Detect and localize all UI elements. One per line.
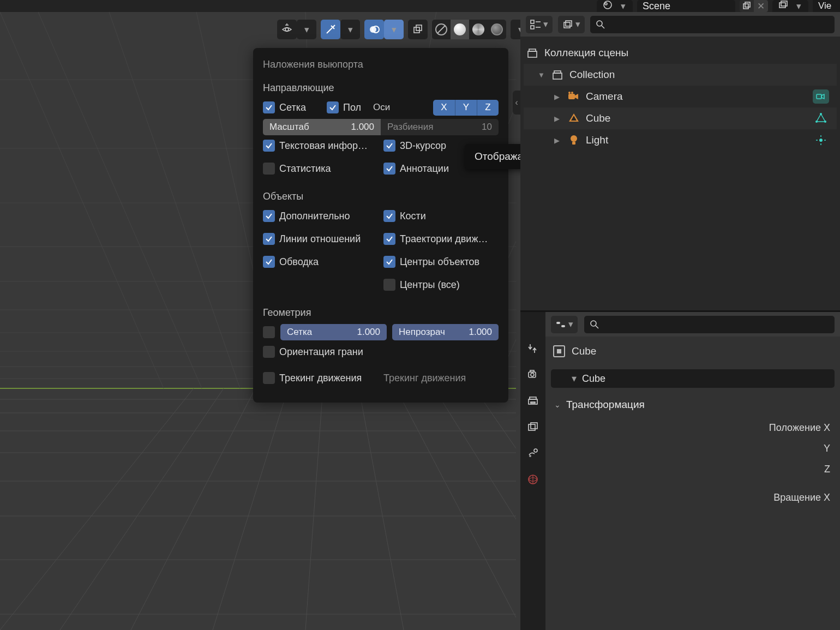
svg-rect-2 bbox=[743, 4, 748, 9]
svg-rect-3 bbox=[745, 2, 750, 7]
disclosure-icon[interactable]: ▼ bbox=[538, 71, 545, 79]
grid-scale-field[interactable]: Масштаб 1.000 bbox=[263, 119, 381, 135]
tab-scene[interactable] bbox=[526, 446, 540, 460]
chevron-down-icon: ⌄ bbox=[554, 400, 561, 409]
xray-toggle[interactable] bbox=[408, 20, 428, 39]
chevron-down-icon[interactable]: ▾ bbox=[340, 20, 360, 39]
label-text-info: Текстовая инфор… bbox=[279, 140, 368, 152]
svg-rect-60 bbox=[568, 94, 575, 99]
label-relations: Линии отношений bbox=[279, 233, 361, 245]
new-scene-button[interactable] bbox=[740, 0, 754, 12]
view-object-types-button[interactable] bbox=[277, 20, 297, 39]
checkbox-annotations[interactable] bbox=[383, 163, 395, 175]
checkbox-relations[interactable] bbox=[263, 233, 275, 245]
shading-rendered[interactable] bbox=[488, 20, 506, 39]
svg-line-34 bbox=[0, 12, 164, 388]
svg-line-11 bbox=[305, 388, 323, 630]
label-origins: Центры объектов bbox=[400, 256, 479, 268]
collection-root-icon bbox=[526, 46, 539, 59]
svg-rect-85 bbox=[556, 322, 560, 324]
disclosure-icon[interactable]: ▶ bbox=[554, 115, 562, 123]
axis-z-button[interactable]: Z bbox=[477, 100, 499, 116]
svg-line-55 bbox=[602, 26, 604, 28]
overlays-dropdown-open[interactable]: ▾ bbox=[384, 20, 404, 39]
view-layer-field[interactable]: Vie bbox=[813, 0, 840, 12]
tab-render[interactable] bbox=[526, 368, 540, 382]
label-axes: Оси bbox=[373, 102, 390, 113]
outliner-search[interactable] bbox=[590, 16, 835, 33]
chevron-down-icon[interactable]: ▾ bbox=[297, 20, 316, 39]
mesh-data-icon[interactable] bbox=[813, 111, 829, 125]
properties-search[interactable] bbox=[584, 316, 835, 333]
checkbox-3d-cursor[interactable] bbox=[383, 140, 395, 152]
tree-item-cube[interactable]: ▶ Cube bbox=[524, 107, 837, 129]
light-data-icon[interactable] bbox=[813, 133, 829, 147]
svg-rect-81 bbox=[531, 423, 537, 429]
axis-y-button[interactable]: Y bbox=[455, 100, 477, 116]
region-collapse-handle[interactable]: ‹ bbox=[513, 91, 520, 115]
transform-panel-header[interactable]: ⌄ Трансформация bbox=[545, 391, 840, 415]
chevron-down-icon: ▾ bbox=[619, 1, 627, 12]
grid-subdiv-field[interactable]: Разбиения 10 bbox=[381, 119, 499, 135]
outliner-tree: Коллекция сцены ▼ Collection ▶ Camera bbox=[520, 37, 840, 157]
checkbox-face-orientation[interactable] bbox=[263, 346, 275, 358]
checkbox-motion-paths[interactable] bbox=[383, 233, 395, 245]
checkbox-outline[interactable] bbox=[263, 256, 275, 268]
label-origins-all: Центры (все) bbox=[400, 279, 460, 291]
outliner-display-mode[interactable]: ▾ bbox=[526, 16, 553, 33]
properties-breadcrumb: Cube bbox=[545, 337, 840, 366]
shading-wireframe[interactable] bbox=[432, 20, 451, 39]
svg-line-36 bbox=[109, 12, 240, 388]
properties-header: ▾ bbox=[545, 312, 840, 337]
tab-output[interactable] bbox=[526, 394, 540, 408]
disclosure-icon[interactable]: ▶ bbox=[554, 136, 562, 145]
checkbox-bones[interactable] bbox=[383, 210, 395, 222]
checkbox-origins[interactable] bbox=[383, 256, 395, 268]
svg-point-69 bbox=[819, 139, 823, 142]
gizmo-toggle[interactable] bbox=[321, 20, 340, 39]
axis-x-button[interactable]: X bbox=[433, 100, 455, 116]
tree-item-camera[interactable]: ▶ Camera bbox=[524, 86, 837, 107]
tree-scene-collection[interactable]: Коллекция сцены bbox=[524, 42, 837, 64]
shading-solid[interactable] bbox=[451, 20, 469, 39]
checkbox-text-info[interactable] bbox=[263, 140, 275, 152]
scene-dropdown[interactable]: ▾ bbox=[597, 0, 633, 12]
tree-item-light[interactable]: ▶ Light bbox=[524, 129, 837, 151]
checkbox-origins-all[interactable] bbox=[383, 279, 395, 291]
tab-viewlayer[interactable] bbox=[526, 420, 540, 434]
svg-rect-63 bbox=[817, 94, 821, 99]
camera-data-icon[interactable] bbox=[813, 89, 829, 104]
checkbox-grid[interactable] bbox=[263, 101, 275, 113]
tree-collection[interactable]: ▼ Collection bbox=[524, 64, 837, 86]
properties-panel: ▾ Cube ▾ Cube ⌄ Трансформация bbox=[520, 310, 840, 630]
object-name-field[interactable]: ▾ Cube bbox=[551, 369, 835, 388]
tab-world[interactable] bbox=[526, 472, 540, 487]
view-layer-dropdown[interactable]: ▾ bbox=[772, 0, 808, 12]
svg-rect-53 bbox=[566, 21, 572, 26]
overlays-toggle[interactable] bbox=[364, 20, 384, 39]
opacity-field[interactable]: Непрозрач 1.000 bbox=[392, 324, 499, 340]
disclosure-icon[interactable]: ▶ bbox=[554, 93, 562, 101]
svg-rect-4 bbox=[779, 3, 785, 8]
svg-line-12 bbox=[359, 388, 404, 630]
checkbox-extras[interactable] bbox=[263, 210, 275, 222]
checkbox-statistics[interactable] bbox=[263, 163, 275, 175]
properties-type-dropdown[interactable]: ▾ bbox=[551, 316, 578, 333]
camera-icon bbox=[567, 90, 580, 103]
scene-name-field[interactable]: Scene bbox=[637, 0, 735, 12]
section-geometry: Геометрия bbox=[263, 307, 499, 319]
location-y-row: Y bbox=[545, 438, 840, 459]
shading-material[interactable] bbox=[469, 20, 488, 39]
tab-tool[interactable] bbox=[526, 341, 540, 356]
svg-point-61 bbox=[568, 92, 571, 94]
checkbox-wireframe[interactable] bbox=[263, 326, 275, 338]
checkbox-motion-tracking[interactable] bbox=[263, 372, 275, 384]
label-3d-cursor: 3D-курсор bbox=[400, 140, 446, 152]
checkbox-floor[interactable] bbox=[327, 101, 339, 113]
svg-line-35 bbox=[38, 12, 202, 388]
outliner-filter-button[interactable]: ▾ bbox=[558, 16, 585, 33]
wireframe-field[interactable]: Сетка 1.000 bbox=[280, 324, 387, 340]
delete-scene-button[interactable]: ✕ bbox=[754, 0, 768, 12]
viewport-header: ▾ ▾ ▾ ▾ bbox=[277, 20, 530, 39]
breadcrumb-label: Cube bbox=[572, 345, 596, 357]
